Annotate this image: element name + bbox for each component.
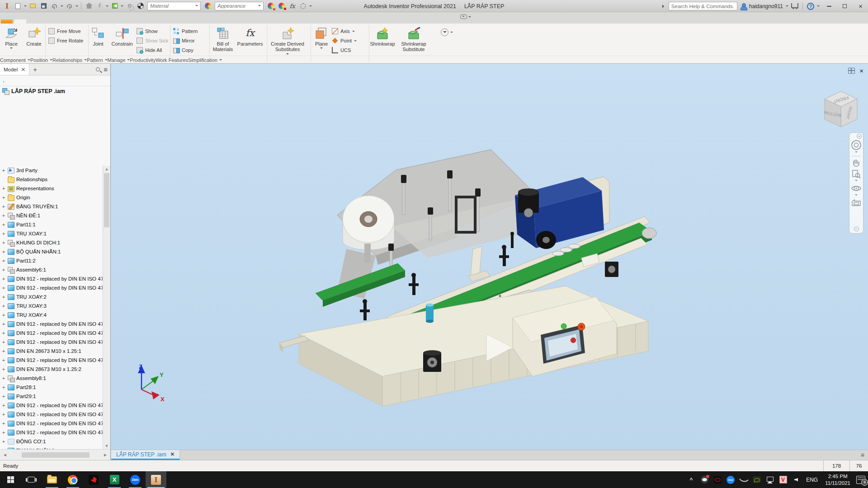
browser-tab-model[interactable]: Model✕ [0, 64, 29, 75]
inventor-icon[interactable]: I [146, 471, 166, 488]
chrome-icon[interactable] [62, 471, 83, 488]
tree-expander[interactable] [1, 313, 6, 317]
tree-item[interactable]: DIN 912 - replaced by DIN EN ISO 476 [0, 283, 103, 292]
ribbon-tab[interactable] [120, 19, 132, 23]
tree-item[interactable]: DIN 912 - replaced by DIN EN ISO 476 [0, 401, 103, 410]
tree-item[interactable]: THANH CHẮN:1 [0, 446, 103, 449]
new-file-icon[interactable] [13, 2, 23, 10]
tree-expander[interactable] [1, 331, 6, 335]
select-icon[interactable] [110, 2, 119, 10]
zalotray-icon[interactable]: Zalo [726, 475, 735, 484]
tree-item[interactable]: DIN 912 - replaced by DIN EN ISO 476 [0, 338, 103, 347]
network-icon[interactable] [765, 475, 774, 484]
scroll-right-arrow[interactable]: ► [100, 452, 110, 457]
free-move-button[interactable]: Free Move [48, 27, 83, 35]
qat-customize-dropdown[interactable] [309, 5, 312, 8]
new-file-dropdown[interactable] [24, 5, 27, 8]
tree-item[interactable]: Assembly8:1 [0, 374, 103, 383]
scroll-left-arrow[interactable]: ◄ [0, 452, 10, 457]
browser-tab-close-icon[interactable]: ✕ [21, 66, 25, 73]
tree-expander[interactable] [1, 213, 6, 218]
navbar-collapse-icon[interactable]: − [854, 226, 859, 231]
create-button[interactable]: Create [23, 25, 45, 47]
ribbon-overflow-button[interactable] [441, 28, 448, 36]
zoom-window-icon[interactable] [851, 169, 861, 179]
tree-expander[interactable] [1, 376, 6, 380]
home-icon[interactable] [84, 2, 94, 10]
hscrollbar-thumb[interactable] [22, 452, 90, 458]
tree-item[interactable]: DIN 912 - replaced by DIN EN ISO 476 [0, 328, 103, 338]
tree-expander[interactable] [1, 430, 6, 435]
tree-expander[interactable] [1, 421, 6, 426]
tree-item[interactable]: ĐỘNG CƠ:1 [0, 437, 103, 446]
tree-expander[interactable] [1, 358, 6, 362]
ribbon-group-label[interactable]: Position [30, 56, 52, 64]
hide-all-button[interactable]: Hide All [137, 46, 168, 54]
tree-expander[interactable] [1, 286, 6, 290]
tree-expander[interactable] [1, 267, 6, 272]
ribbon-options-dropdown[interactable] [450, 32, 453, 34]
point-button[interactable]: Point [332, 37, 357, 45]
pan-hand-icon[interactable] [851, 158, 861, 168]
tree-expander[interactable] [1, 412, 6, 417]
tree-item[interactable]: KHUNG DI DỊCH:1 [0, 238, 103, 247]
document-tab-menu-icon[interactable]: ≡ [861, 451, 868, 459]
tree-item[interactable]: TRỤ XOAY:1 [0, 229, 103, 238]
tree-item[interactable]: Representations [0, 184, 103, 193]
tree-expander[interactable] [1, 367, 6, 371]
ribbon-group-label[interactable]: Manage [108, 56, 130, 64]
undo-dropdown[interactable] [61, 5, 63, 8]
undo-icon[interactable] [50, 2, 59, 10]
discord-icon[interactable] [700, 475, 709, 484]
clear-appearance-icon[interactable] [277, 2, 286, 10]
browser-horizontal-scrollbar[interactable]: ◄ ► [0, 449, 110, 460]
view-cube[interactable]: FRONT BOTTOM RIGHT [820, 85, 862, 131]
tree-expander[interactable] [1, 231, 6, 236]
tree-expander[interactable] [1, 258, 6, 263]
assembly-3d-model[interactable] [111, 64, 868, 450]
tree-item[interactable]: DIN 912 - replaced by DIN EN ISO 476 [0, 319, 103, 328]
tree-root-node[interactable]: LẮP RÁP STEP .iam [0, 86, 110, 96]
tree-expander[interactable] [1, 295, 6, 299]
garena-icon[interactable] [83, 471, 104, 488]
tree-expander[interactable] [1, 439, 6, 444]
tree-expander[interactable] [1, 385, 6, 389]
tree-expander[interactable] [1, 186, 6, 191]
search-collapse-arrow[interactable] [662, 5, 666, 8]
save-icon[interactable] [39, 2, 48, 10]
tree-expander[interactable] [1, 249, 6, 254]
browser-add-tab-button[interactable]: + [29, 64, 40, 75]
tree-expander[interactable] [1, 168, 6, 173]
fx-parameters-icon[interactable]: fx [288, 2, 297, 10]
taskbar-clock[interactable]: 2:45 PM 11/11/2021 [823, 473, 852, 487]
shrinkwrap-substitute-button[interactable]: Shrinkwrap Substitute [396, 25, 432, 52]
zoom-dropdown[interactable] [855, 180, 858, 183]
ribbon-tab[interactable] [73, 19, 85, 23]
browser-subtab[interactable] [8, 80, 9, 82]
browser-menu-icon[interactable]: ≡ [104, 66, 108, 73]
material-sphere-icon[interactable] [136, 2, 145, 10]
copy-button[interactable]: Copy [173, 46, 198, 54]
visual-effects-icon[interactable] [95, 2, 104, 10]
ribbon-tab[interactable] [1, 19, 13, 23]
bkav-icon[interactable] [713, 475, 722, 484]
language-indicator[interactable]: ENG [805, 477, 819, 483]
open-folder-icon[interactable] [28, 2, 38, 10]
tree-item[interactable]: DIN EN 28673 M10 x 1.25:2 [0, 365, 103, 374]
hidden-icon[interactable]: ^ [687, 475, 696, 484]
dish-icon[interactable] [739, 475, 748, 484]
tree-expander[interactable] [1, 394, 6, 399]
store-cart-icon[interactable] [791, 3, 798, 8]
scroll-up-arrow[interactable]: ▲ [103, 166, 110, 172]
ribbon-tab[interactable] [97, 19, 108, 23]
show-button[interactable]: Show [137, 27, 168, 35]
tree-expander[interactable] [1, 304, 6, 308]
tree-expander[interactable] [1, 403, 6, 408]
tree-item[interactable]: NỀN ĐẾ:1 [0, 211, 103, 220]
ribbon-group-label[interactable]: Simplification [188, 56, 222, 64]
ribbon-tab[interactable] [14, 19, 26, 23]
tree-expander[interactable] [1, 222, 6, 227]
browser-search-icon[interactable] [96, 67, 100, 71]
select-dropdown[interactable] [121, 5, 123, 8]
zalo-icon[interactable]: Zalo [125, 471, 146, 488]
